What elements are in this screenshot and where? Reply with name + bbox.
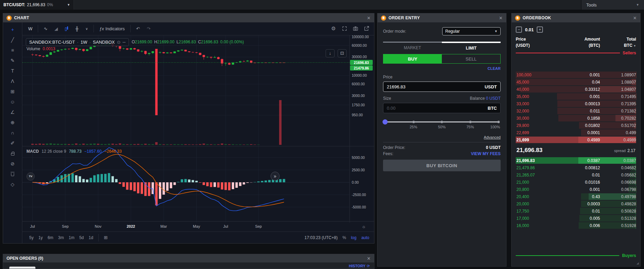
tick-increase-button[interactable]: + [537, 26, 543, 33]
orderbook-row[interactable]: 20,0000.00030.49828 [516, 200, 636, 207]
ruler-icon[interactable]: ∠ [8, 109, 18, 115]
lock-icon[interactable] [8, 150, 18, 156]
text-icon[interactable]: T [8, 68, 18, 74]
percent-scale-button[interactable]: % [342, 235, 346, 240]
buy-bitcoin-button[interactable]: BUY BITCOIN [383, 160, 501, 171]
orderbook-row[interactable]: 20,8000.0010.06798 [516, 186, 636, 193]
edit-icon[interactable]: ✐ [8, 140, 18, 146]
eye-icon[interactable]: ⊙ [117, 40, 121, 45]
orderbook-row[interactable]: 35,0000.0010.71495 [516, 93, 636, 100]
forecast-icon[interactable]: ⊞ [8, 88, 18, 94]
orderbook-row[interactable]: 21,265.070.010.05682 [516, 171, 636, 179]
log-scale-button[interactable]: log [351, 235, 357, 240]
crosshair-icon[interactable]: + [8, 26, 18, 32]
range-button-1d[interactable]: 1d [87, 234, 95, 241]
hide-icon[interactable]: ⊘ [8, 161, 18, 166]
range-button-5y[interactable]: 5y [27, 234, 36, 241]
order-mode-select[interactable]: Regular ▼ [442, 27, 501, 35]
size-slider[interactable]: 25% 50% 75% 100% [385, 119, 499, 130]
fib-retracement-icon[interactable]: ≡ [8, 47, 18, 53]
history-link[interactable]: HISTORY [349, 264, 365, 268]
chevron-down-icon: ▼ [67, 3, 70, 7]
resize-handle-icon[interactable]: ◢ [636, 261, 639, 265]
price-chart[interactable]: 100000.0060000.0030000.0010000.006000.00… [22, 35, 374, 222]
trash-icon[interactable] [8, 171, 18, 177]
orderbook-row[interactable]: 20,4000.430.49798 [516, 193, 636, 200]
camera-icon[interactable] [351, 24, 360, 33]
theme-sun-icon[interactable]: ☼ [362, 224, 366, 229]
orderbook-row[interactable]: 17,0000.0050.51328 [516, 215, 636, 222]
size-input[interactable]: 0.00 BTC [383, 103, 501, 113]
advanced-link[interactable]: Advanced [383, 135, 501, 139]
range-button-1y[interactable]: 1y [36, 234, 45, 241]
tick-decrease-button[interactable]: − [516, 26, 522, 33]
orderbook-row[interactable]: 17,7500.010.50828 [516, 207, 636, 215]
more-options-icon[interactable]: ••• [123, 41, 125, 44]
balance-value[interactable]: 0 USDT [486, 96, 501, 101]
scroll-to-recent-button[interactable]: » [271, 172, 280, 181]
xabcd-pattern-icon[interactable]: Λ [8, 78, 18, 84]
area-chart-type-icon[interactable]: ◢ [51, 25, 61, 33]
time-axis[interactable]: ☼ JulSepNov2022MarMayJulSep [22, 221, 374, 232]
close-icon[interactable]: ✕ [633, 16, 637, 20]
chart-type-dropdown-icon[interactable]: ∨ [82, 25, 91, 32]
orderbook-row[interactable]: 21,0000.010160.06698 [516, 179, 636, 186]
indicators-button[interactable]: ƒx Indicators [96, 25, 128, 33]
pair-selector[interactable]: BTC/USDT: 21,696.83 0% ▼ [0, 0, 74, 10]
view-my-fees-link[interactable]: VIEW MY FEES [471, 151, 501, 156]
go-to-date-icon[interactable]: ⊞ [102, 234, 110, 241]
buy-button[interactable]: BUY [383, 54, 442, 63]
tab-limit[interactable]: LIMIT [442, 42, 501, 51]
bars-chart-type-icon[interactable]: ╫ [72, 25, 81, 33]
emoji-icon[interactable]: ☺ [8, 99, 18, 105]
range-button-3m[interactable]: 3m [56, 234, 66, 241]
clear-link[interactable]: CLEAR [383, 66, 501, 71]
fullscreen-icon[interactable] [340, 24, 349, 33]
undo-icon[interactable]: ↶ [133, 25, 143, 33]
candles-chart-type-icon[interactable] [62, 25, 72, 32]
tab-market[interactable]: MARKET [383, 42, 442, 51]
history-refresh-icon[interactable]: ⟳ [367, 264, 370, 268]
orderbook-row[interactable]: 32,0000.0110.71382 [516, 107, 636, 115]
trendline-icon[interactable]: ╱ [8, 37, 18, 43]
external-link-icon[interactable] [362, 24, 371, 33]
orderbook-row[interactable]: 40,0000.333121.04807 [516, 86, 636, 93]
tools-menu[interactable]: Tools ▼ [581, 0, 644, 10]
zoom-in-icon[interactable]: ⊕ [8, 119, 18, 125]
price-input[interactable]: 21696.83 USDT [383, 82, 501, 92]
brush-icon[interactable]: ✎ [8, 57, 18, 63]
orderbook-row[interactable]: 16,0000.0060.51928 [516, 222, 636, 229]
ob-total: 0.49798 [600, 194, 636, 199]
interval-button[interactable]: W [25, 25, 35, 33]
orderbook-row[interactable]: 22,6990.00010.499 [516, 129, 636, 136]
orderbook-row[interactable]: 33,0000.000130.71395 [516, 100, 636, 107]
clock[interactable]: 17:03:23 (UTC+8) [305, 235, 338, 240]
orderbook-row[interactable]: 29,8000.018020.51702 [516, 122, 636, 129]
orderbook-row[interactable]: 21,479.860.008120.04682 [516, 164, 636, 171]
chart-canvas[interactable]: 100000.0060000.0030000.0010000.006000.00… [22, 35, 374, 223]
shape-icon[interactable]: ◇ [8, 181, 18, 187]
close-icon[interactable]: ✕ [367, 16, 371, 20]
orderbook-row[interactable]: 21,696.830.03870.0387 [516, 157, 636, 164]
range-button-1m[interactable]: 1m [67, 234, 77, 241]
partial-button[interactable] [9, 267, 35, 269]
orderbook-row[interactable]: 30,0000.18580.70282 [516, 115, 636, 122]
close-icon[interactable]: ✕ [367, 256, 371, 261]
auto-scale-button[interactable]: auto [361, 235, 369, 240]
range-button-5d[interactable]: 5d [77, 234, 86, 241]
sell-button[interactable]: SELL [442, 54, 500, 63]
magnet-icon[interactable]: ∩ [8, 130, 18, 136]
symbol-legend[interactable]: SANDBOX:BTC-USDT · 1W · SANDBOX ⊙ ••• [26, 38, 129, 46]
restore-pane-icon[interactable]: ⊡ [338, 49, 347, 57]
orderbook-row[interactable]: 45,0000.041.08807 [516, 78, 636, 86]
close-icon[interactable]: ✕ [499, 16, 503, 20]
total-unit-select[interactable]: Total BTC▼ [600, 36, 636, 49]
download-icon[interactable]: ↓ [326, 49, 335, 57]
range-button-6m[interactable]: 6m [45, 234, 55, 241]
slider-thumb[interactable] [383, 119, 388, 125]
redo-icon[interactable]: ↷ [144, 25, 154, 33]
gear-icon[interactable]: ⚙ [329, 24, 338, 33]
orderbook-row[interactable]: 100,0000.0011.08907 [516, 71, 636, 78]
orderbook-row[interactable]: 21,6990.49890.4989 [516, 136, 636, 143]
line-chart-type-icon[interactable]: ∿ [41, 25, 51, 33]
